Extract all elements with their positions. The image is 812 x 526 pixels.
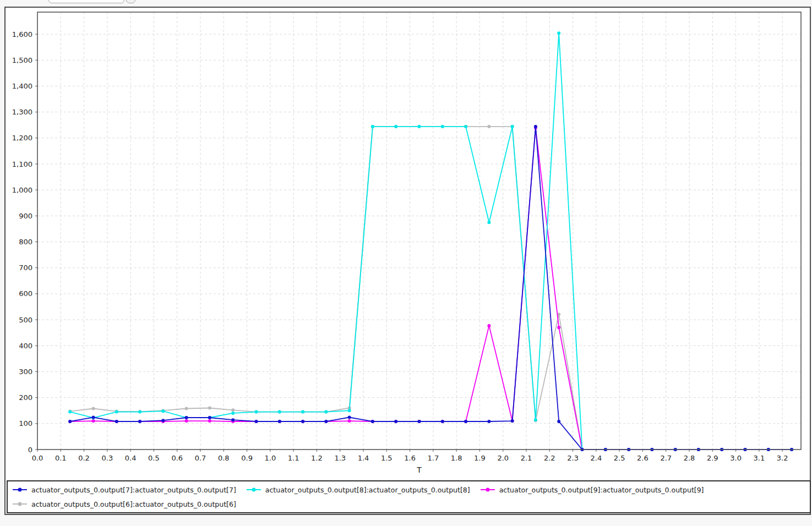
y-tick-label: 200: [19, 393, 32, 402]
data-point: [371, 420, 374, 423]
y-tick-label: 1,200: [12, 134, 32, 142]
x-tick-label: 1.9: [474, 454, 486, 462]
legend-label: actuator_outputs_0.output[9]:actuator_ou…: [499, 486, 704, 494]
data-point: [208, 419, 211, 423]
data-point: [394, 125, 397, 128]
data-point: [255, 420, 258, 423]
data-point: [441, 420, 444, 423]
top-button[interactable]: [126, 0, 135, 3]
data-point: [348, 416, 351, 419]
data-point: [255, 410, 258, 414]
data-point: [278, 410, 281, 414]
data-point: [511, 125, 514, 128]
x-tick-label: 0.7: [195, 454, 206, 462]
x-tick-label: 1.1: [288, 454, 299, 462]
x-tick-label: 1.7: [428, 454, 439, 462]
data-point: [511, 419, 514, 423]
data-point: [371, 125, 374, 128]
legend-item: actuator_outputs_0.output[8]:actuator_ou…: [246, 483, 470, 497]
legend-item: actuator_outputs_0.output[9]:actuator_ou…: [480, 483, 704, 497]
data-point: [348, 419, 351, 423]
data-point: [185, 419, 188, 423]
x-tick-label: 1.0: [265, 454, 276, 462]
y-tick-label: 1,400: [12, 82, 32, 90]
x-tick-label: 2.1: [521, 454, 532, 462]
x-tick-label: 3.2: [777, 454, 788, 462]
legend-label: actuator_outputs_0.output[6]:actuator_ou…: [31, 500, 236, 508]
plot-area[interactable]: 0.00.10.20.30.40.50.60.70.80.91.01.11.21…: [6, 8, 808, 476]
legend-marker-icon: [246, 487, 261, 492]
x-tick-label: 0.0: [32, 454, 43, 462]
y-tick-label: 1,300: [12, 108, 32, 116]
x-tick-label: 0.9: [241, 454, 253, 462]
data-point: [231, 418, 235, 421]
data-point: [161, 419, 165, 422]
x-tick-label: 1.5: [381, 454, 393, 462]
data-point: [487, 420, 491, 423]
x-tick-label: 2.0: [497, 454, 509, 462]
legend-label: actuator_outputs_0.output[8]:actuator_ou…: [265, 486, 470, 494]
series-line: [70, 128, 792, 450]
data-point: [231, 408, 235, 412]
chart-legend: actuator_outputs_0.output[7]:actuator_ou…: [7, 480, 811, 513]
data-point: [418, 420, 421, 423]
data-point: [68, 420, 72, 423]
x-tick-label: 0.2: [78, 454, 90, 462]
data-point: [348, 409, 351, 412]
data-point: [92, 416, 95, 419]
top-text-input[interactable]: [48, 0, 124, 3]
x-tick-label: 1.8: [451, 454, 462, 462]
data-point: [208, 416, 211, 419]
x-tick-label: 3.1: [754, 454, 765, 462]
data-point: [138, 410, 141, 414]
data-point: [487, 324, 491, 327]
x-tick-label: 0.8: [218, 454, 230, 462]
data-point: [92, 419, 95, 423]
x-tick-label: 0.3: [102, 454, 113, 462]
data-point: [115, 420, 118, 423]
y-tick-label: 700: [19, 264, 32, 272]
data-point: [487, 221, 491, 224]
data-point: [301, 420, 304, 423]
data-point: [138, 420, 141, 423]
x-tick-label: 2.5: [614, 454, 625, 462]
x-tick-label: 0.4: [125, 454, 137, 462]
data-point: [441, 125, 444, 128]
y-tick-label: 400: [19, 342, 32, 350]
y-tick-label: 600: [19, 289, 32, 298]
y-tick-label: 100: [19, 419, 32, 428]
data-point: [487, 125, 491, 128]
y-tick-label: 1,100: [12, 160, 32, 168]
x-tick-label: 2.2: [544, 454, 555, 462]
x-tick-label: 2.3: [567, 454, 579, 462]
y-tick-label: 300: [19, 368, 32, 376]
series-line: [70, 127, 792, 450]
x-tick-label: 2.8: [684, 454, 695, 462]
x-tick-label: 1.2: [311, 454, 323, 462]
x-tick-label: 3.0: [730, 454, 742, 462]
x-tick-label: 2.6: [637, 454, 648, 462]
y-tick-label: 1,500: [12, 56, 32, 64]
x-tick-label: 2.4: [591, 454, 602, 462]
data-point: [185, 407, 188, 410]
data-point: [534, 418, 537, 421]
legend-label: actuator_outputs_0.output[7]:actuator_ou…: [31, 486, 236, 494]
data-point: [324, 420, 328, 423]
x-tick-label: 2.7: [660, 454, 672, 462]
plot-border: [37, 12, 801, 450]
x-tick-label: 0.6: [171, 454, 183, 462]
data-point: [278, 420, 281, 423]
data-point: [534, 125, 537, 128]
chart-panel: 0.00.10.20.30.40.50.60.70.80.91.01.11.21…: [4, 7, 811, 515]
x-tick-label: 0.5: [148, 454, 160, 462]
legend-item: actuator_outputs_0.output[6]:actuator_ou…: [12, 497, 236, 511]
x-tick-label: 2.9: [707, 454, 718, 462]
legend-marker-icon: [480, 487, 495, 492]
data-point: [92, 407, 95, 410]
legend-item: actuator_outputs_0.output[7]:actuator_ou…: [12, 483, 236, 497]
legend-marker-icon: [12, 501, 28, 507]
data-point: [301, 410, 304, 414]
y-tick-label: 500: [19, 316, 32, 324]
data-point: [185, 416, 188, 419]
y-tick-label: 1,000: [12, 186, 32, 194]
